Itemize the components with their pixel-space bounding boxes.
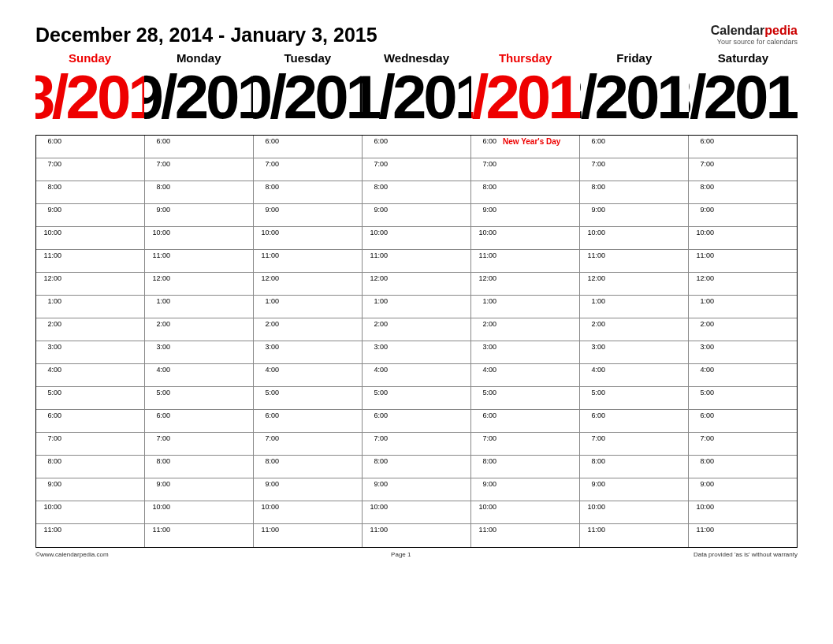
grid-cell[interactable]: 11:00 — [254, 524, 363, 547]
grid-cell[interactable]: 3:00 — [254, 341, 363, 363]
grid-cell[interactable]: 10:00 — [580, 227, 689, 249]
event-slot[interactable] — [500, 456, 579, 478]
grid-cell[interactable]: 10:00 — [471, 501, 580, 523]
event-slot[interactable] — [500, 158, 579, 181]
grid-cell[interactable]: 5:00 — [580, 387, 689, 409]
grid-cell[interactable]: 2:00 — [145, 318, 254, 341]
event-slot[interactable] — [608, 181, 688, 203]
grid-cell[interactable]: 12:00 — [689, 273, 797, 295]
grid-cell[interactable]: 8:00 — [254, 456, 363, 478]
event-slot[interactable] — [717, 478, 797, 501]
grid-cell[interactable]: 3:00 — [36, 341, 145, 363]
event-slot[interactable] — [173, 318, 253, 341]
event-slot[interactable] — [391, 227, 470, 249]
grid-cell[interactable]: 11:00 — [580, 250, 689, 272]
grid-cell[interactable]: 12:00 — [36, 273, 145, 295]
event-slot[interactable] — [717, 273, 797, 295]
grid-cell[interactable]: 1:00 — [580, 296, 689, 318]
grid-cell[interactable]: 7:00 — [363, 433, 471, 455]
event-slot[interactable] — [500, 318, 579, 341]
event-slot[interactable] — [173, 433, 253, 455]
event-slot[interactable] — [391, 204, 470, 226]
event-slot[interactable] — [608, 296, 688, 318]
grid-cell[interactable]: 3:00 — [471, 341, 580, 363]
event-slot[interactable] — [608, 136, 688, 158]
event-slot[interactable] — [65, 364, 144, 386]
grid-cell[interactable]: 9:00 — [254, 204, 363, 226]
grid-cell[interactable]: 4:00 — [363, 364, 471, 386]
event-slot[interactable] — [500, 387, 579, 409]
grid-cell[interactable]: 2:00 — [689, 318, 797, 341]
event-slot[interactable] — [500, 250, 579, 272]
event-slot[interactable] — [282, 478, 362, 501]
event-slot[interactable] — [65, 181, 144, 203]
grid-cell[interactable]: 2:00 — [580, 318, 689, 341]
grid-cell[interactable]: 9:00 — [471, 204, 580, 226]
grid-cell[interactable]: 7:00 — [145, 433, 254, 455]
grid-cell[interactable]: 12:00 — [471, 273, 580, 295]
grid-cell[interactable]: 5:00 — [471, 387, 580, 409]
event-slot[interactable]: New Year's Day — [500, 136, 579, 158]
grid-cell[interactable]: 8:00 — [580, 456, 689, 478]
grid-cell[interactable]: 5:00 — [689, 387, 797, 409]
grid-cell[interactable]: 6:00 — [363, 136, 471, 158]
event-slot[interactable] — [65, 341, 144, 363]
event-slot[interactable] — [391, 341, 470, 363]
event-slot[interactable] — [608, 204, 688, 226]
grid-cell[interactable]: 4:00 — [689, 364, 797, 386]
grid-cell[interactable]: 5:00 — [145, 387, 254, 409]
event-slot[interactable] — [500, 181, 579, 203]
grid-cell[interactable]: 3:00 — [145, 341, 254, 363]
grid-cell[interactable]: 9:00 — [36, 204, 145, 226]
event-slot[interactable] — [500, 227, 579, 249]
grid-cell[interactable]: 8:00 — [254, 181, 363, 203]
grid-cell[interactable]: 10:00 — [363, 501, 471, 523]
event-slot[interactable] — [173, 204, 253, 226]
grid-cell[interactable]: 5:00 — [254, 387, 363, 409]
grid-cell[interactable]: 9:00 — [363, 478, 471, 501]
grid-cell[interactable]: 11:00 — [36, 524, 145, 547]
event-slot[interactable] — [391, 158, 470, 181]
grid-cell[interactable]: 8:00 — [689, 456, 797, 478]
grid-cell[interactable]: 7:00 — [36, 158, 145, 181]
grid-cell[interactable]: 10:00 — [580, 501, 689, 523]
event-slot[interactable] — [608, 478, 688, 501]
grid-cell[interactable]: 6:00 — [36, 136, 145, 158]
event-slot[interactable] — [391, 456, 470, 478]
event-slot[interactable] — [391, 296, 470, 318]
event-slot[interactable] — [282, 318, 362, 341]
grid-cell[interactable]: 2:00 — [36, 318, 145, 341]
grid-cell[interactable]: 8:00 — [363, 456, 471, 478]
event-slot[interactable] — [65, 478, 144, 501]
event-slot[interactable] — [65, 501, 144, 523]
event-slot[interactable] — [65, 204, 144, 226]
grid-cell[interactable]: 10:00 — [471, 227, 580, 249]
grid-cell[interactable]: 3:00 — [580, 341, 689, 363]
event-slot[interactable] — [500, 524, 579, 547]
event-slot[interactable] — [173, 158, 253, 181]
grid-cell[interactable]: 10:00 — [36, 227, 145, 249]
event-slot[interactable] — [65, 250, 144, 272]
event-slot[interactable] — [500, 433, 579, 455]
grid-cell[interactable]: 6:00 — [580, 136, 689, 158]
grid-cell[interactable]: 7:00 — [580, 433, 689, 455]
grid-cell[interactable]: 11:00 — [580, 524, 689, 547]
event-slot[interactable] — [717, 387, 797, 409]
event-slot[interactable] — [608, 387, 688, 409]
grid-cell[interactable]: 6:00 — [580, 410, 689, 432]
event-slot[interactable] — [173, 227, 253, 249]
event-slot[interactable] — [282, 250, 362, 272]
grid-cell[interactable]: 7:00 — [254, 158, 363, 181]
grid-cell[interactable]: 11:00 — [36, 250, 145, 272]
event-slot[interactable] — [282, 204, 362, 226]
grid-cell[interactable]: 2:00 — [471, 318, 580, 341]
grid-cell[interactable]: 8:00 — [689, 181, 797, 203]
event-slot[interactable] — [65, 296, 144, 318]
event-slot[interactable] — [608, 227, 688, 249]
event-slot[interactable] — [282, 524, 362, 547]
grid-cell[interactable]: 6:00 — [36, 410, 145, 432]
event-slot[interactable] — [391, 524, 470, 547]
grid-cell[interactable]: 4:00 — [580, 364, 689, 386]
grid-cell[interactable]: 7:00 — [471, 433, 580, 455]
grid-cell[interactable]: 3:00 — [689, 341, 797, 363]
